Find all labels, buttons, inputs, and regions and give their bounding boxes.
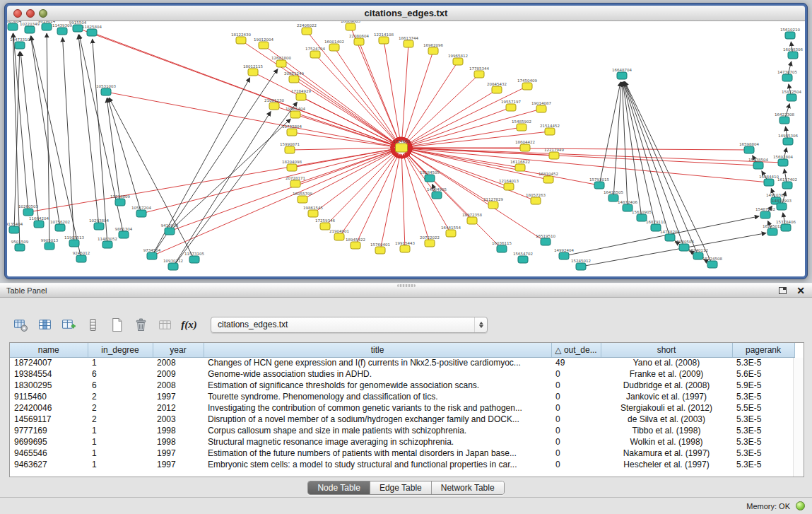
network-node[interactable]: 15990871 bbox=[280, 142, 300, 154]
network-node[interactable]: 16519510 bbox=[536, 234, 555, 246]
table-row[interactable]: 946362711997Embryonic stem cells: a mode… bbox=[10, 459, 794, 470]
network-node[interactable]: 16116622 bbox=[510, 160, 530, 172]
select-columns-icon[interactable] bbox=[35, 315, 54, 334]
network-node[interactable]: 19012004 bbox=[254, 37, 273, 49]
network-node[interactable]: 11238809 bbox=[110, 194, 130, 206]
network-node[interactable]: 15793015 bbox=[589, 177, 609, 189]
table-row[interactable]: 911546021997Tourette syndrome. Phenomeno… bbox=[10, 391, 794, 402]
splitter-handle[interactable] bbox=[397, 284, 416, 287]
network-node[interactable]: 15654702 bbox=[513, 252, 533, 264]
network-node[interactable]: 16245012 bbox=[763, 224, 782, 236]
network-node[interactable]: 10567204 bbox=[131, 206, 151, 218]
zoom-window-button[interactable] bbox=[39, 9, 47, 18]
network-node[interactable]: 16098306 bbox=[783, 47, 803, 59]
network-node[interactable]: 18057263 bbox=[526, 193, 546, 205]
network-node[interactable]: 15124508 bbox=[702, 257, 722, 269]
network-node[interactable]: 12601800 bbox=[271, 56, 291, 68]
table-row[interactable]: 1938455462009Genome-wide association stu… bbox=[10, 368, 794, 380]
network-node[interactable]: 15760401 bbox=[370, 243, 390, 255]
network-node[interactable]: 19565404 bbox=[286, 107, 305, 119]
network-node[interactable]: 19915443 bbox=[395, 241, 415, 253]
network-node[interactable]: 10732804 bbox=[282, 124, 302, 136]
network-node[interactable]: 15692804 bbox=[773, 155, 793, 167]
close-window-button[interactable] bbox=[13, 9, 22, 18]
network-node[interactable]: 15487602 bbox=[755, 207, 775, 219]
network-table-selector[interactable]: citations_edges.txt bbox=[211, 317, 488, 333]
network-node[interactable]: 19557197 bbox=[501, 100, 521, 112]
column-header-name[interactable]: name bbox=[10, 343, 88, 357]
network-node[interactable]: 9501509 bbox=[11, 240, 29, 252]
network-node[interactable]: 16084410 bbox=[759, 175, 779, 187]
column-settings-icon[interactable] bbox=[11, 315, 30, 334]
network-node[interactable]: 16962096 bbox=[423, 43, 443, 55]
memory-status-indicator-icon[interactable] bbox=[796, 501, 805, 510]
network-node[interactable]: 16422308 bbox=[775, 112, 794, 124]
network-node[interactable]: 15610210 bbox=[780, 28, 800, 40]
network-node[interactable]: 15872504 bbox=[782, 90, 801, 102]
column-header-pagerank[interactable]: pagerank bbox=[732, 343, 794, 357]
float-panel-icon[interactable] bbox=[779, 287, 787, 294]
network-node[interactable]: 16810452 bbox=[539, 172, 558, 184]
table-scrollbar[interactable] bbox=[793, 358, 804, 477]
table-row[interactable]: 946554611997Estimation of the future num… bbox=[10, 448, 794, 459]
network-node[interactable]: 10220349 bbox=[20, 22, 40, 34]
table-row[interactable]: 969969511998Structural magnetic resonanc… bbox=[10, 436, 794, 448]
network-node[interactable]: 10260503 bbox=[18, 204, 38, 216]
network-node[interactable]: 20845432 bbox=[487, 82, 507, 94]
close-panel-icon[interactable]: ✕ bbox=[796, 286, 805, 296]
network-node[interactable]: 10756202 bbox=[50, 220, 70, 232]
network-node[interactable]: 9245012 bbox=[73, 251, 90, 263]
delete-table-icon[interactable] bbox=[131, 315, 151, 334]
import-table-icon[interactable] bbox=[155, 315, 175, 334]
create-column-icon[interactable] bbox=[59, 315, 78, 334]
column-header-year[interactable]: year bbox=[153, 343, 204, 357]
network-node[interactable]: 18122430 bbox=[231, 33, 251, 45]
network-node[interactable]: 21127829 bbox=[483, 197, 503, 209]
table-row[interactable]: 1456911722003Disruption of a novel membe… bbox=[10, 414, 794, 425]
network-node[interactable]: 19861545 bbox=[303, 206, 323, 218]
network-node[interactable]: 20722022 bbox=[420, 235, 440, 247]
network-node[interactable]: 1724055 bbox=[393, 139, 411, 153]
network-node[interactable]: 17524704 bbox=[305, 47, 325, 59]
column-header-in_degree[interactable]: in_degree bbox=[88, 343, 153, 357]
network-node[interactable]: 15938504 bbox=[748, 158, 768, 170]
network-node[interactable]: 16036115 bbox=[492, 241, 512, 253]
network-node[interactable]: 21514452 bbox=[540, 124, 560, 136]
network-node[interactable]: 9734504 bbox=[143, 248, 161, 260]
network-node[interactable]: 11439309 bbox=[52, 23, 72, 35]
network-node[interactable]: 16157402 bbox=[777, 177, 797, 189]
table-row[interactable]: 2242004622012Investigating the contribut… bbox=[10, 402, 794, 414]
table-row[interactable]: 1872400712008Changes of HCN gene express… bbox=[10, 357, 794, 368]
network-node[interactable]: 22406022 bbox=[297, 23, 317, 35]
network-node[interactable]: 9861304 bbox=[115, 227, 133, 239]
function-builder-icon[interactable]: f(x) bbox=[180, 315, 199, 334]
column-header-short[interactable]: short bbox=[601, 343, 732, 357]
network-node[interactable]: 16669605 bbox=[341, 21, 360, 30]
column-header-title[interactable]: title bbox=[204, 343, 551, 357]
network-node[interactable]: 18613744 bbox=[399, 36, 418, 48]
network-node[interactable]: 16648704 bbox=[612, 68, 632, 80]
network-node[interactable]: 16055709 bbox=[293, 192, 312, 204]
table-row[interactable]: 977716911998Corpus callosum shape and si… bbox=[10, 425, 794, 436]
network-node[interactable]: 17450409 bbox=[517, 78, 537, 90]
network-node[interactable]: 22080604 bbox=[349, 34, 369, 46]
table-row[interactable]: 1830029562008Estimation of significance … bbox=[10, 380, 794, 391]
network-node[interactable]: 16001402 bbox=[324, 40, 344, 52]
network-node[interactable]: 15184505 bbox=[420, 170, 440, 182]
network-node[interactable]: 11664204 bbox=[29, 216, 49, 228]
network-node[interactable]: 11573105 bbox=[184, 252, 204, 264]
network-node[interactable]: 14738705 bbox=[777, 70, 797, 82]
network-node[interactable]: 17785344 bbox=[469, 66, 489, 78]
network-node[interactable]: 11483052 bbox=[98, 237, 117, 249]
network-node[interactable]: 19965812 bbox=[448, 54, 468, 66]
network-node[interactable]: 16598804 bbox=[739, 142, 759, 154]
tab-network-table[interactable]: Network Table bbox=[431, 481, 504, 494]
network-node[interactable]: 11825804 bbox=[82, 25, 102, 37]
network-node[interactable]: 18012115 bbox=[243, 64, 263, 76]
network-node[interactable]: 18604422 bbox=[515, 140, 535, 152]
network-node[interactable]: 11905513 bbox=[64, 235, 84, 247]
network-node[interactable]: 18972358 bbox=[462, 213, 482, 225]
network-node[interactable]: 9135404 bbox=[7, 222, 23, 234]
new-table-icon[interactable] bbox=[107, 315, 126, 334]
row-options-icon[interactable] bbox=[83, 315, 102, 334]
